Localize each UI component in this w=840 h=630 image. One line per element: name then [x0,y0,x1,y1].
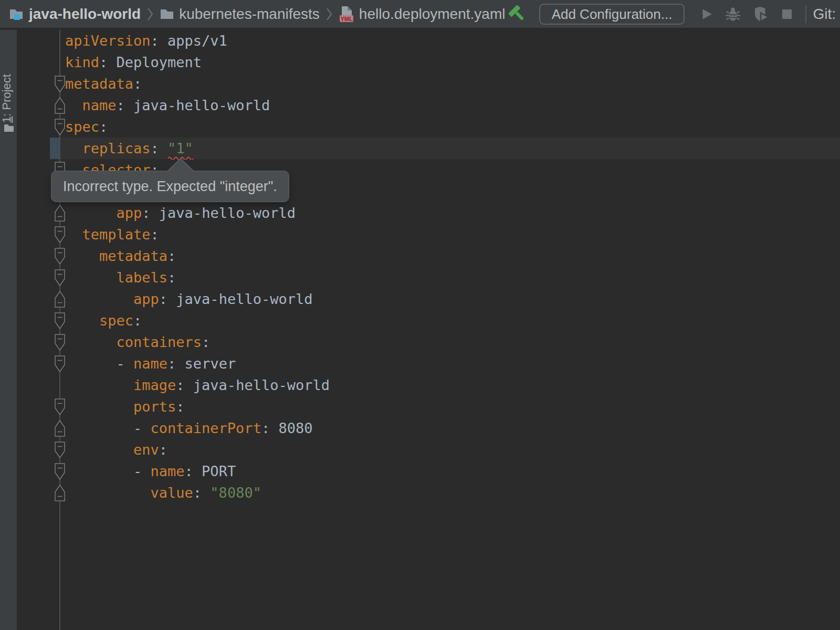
fold-start-marker[interactable] [54,442,66,458]
breadcrumb: java-hello-world kubernetes-manifests YM… [8,5,505,23]
code-line[interactable]: name: java-hello-world [65,94,270,116]
chevron-right-icon [147,6,153,22]
code-line[interactable]: containers: [65,331,210,353]
yaml-key: containerPort [151,420,261,436]
yaml-indent [65,269,117,286]
yaml-colon: : [185,463,193,479]
fold-start-marker[interactable] [54,355,66,372]
code-line[interactable]: image: java-hello-world [65,374,330,396]
toolbar-divider [805,5,806,23]
code-line[interactable]: kind: Deployment [65,51,202,73]
fold-start-marker[interactable] [54,76,66,92]
code-line[interactable]: apiVersion: apps/v1 [65,30,227,51]
breadcrumb-file[interactable]: YML hello.deployment.yaml [339,5,506,23]
project-button-label: : Project [0,74,13,117]
project-button-mnemonic: 1 [0,117,13,123]
code-line[interactable]: template: [65,224,159,245]
yaml-colon: : [261,420,270,436]
yaml-key: name [151,463,185,479]
code-line[interactable]: spec: [65,116,108,138]
yaml-colon: : [99,119,108,135]
yaml-indent [65,355,117,372]
code-line[interactable]: env: [65,439,167,460]
code-line[interactable]: value: "8080" [65,482,261,503]
code-line[interactable]: metadata: [65,73,142,94]
fold-end-marker[interactable] [54,205,66,222]
yaml-value: 8080 [270,420,312,436]
build-hammer-icon[interactable] [509,5,527,23]
yaml-key: containers [117,334,202,350]
shield-coverage-icon [752,6,769,23]
yaml-colon: : [99,54,108,70]
yaml-key: labels [117,269,168,286]
coverage-button[interactable] [752,6,769,23]
yaml-key: ports [133,398,176,415]
editor[interactable]: apiVersion: apps/v1kind: Deploymentmetad… [17,30,840,630]
code-line[interactable]: labels: [65,267,176,288]
code-line[interactable]: spec: [65,310,142,331]
yaml-key: image [133,377,176,393]
navigation-bar: java-hello-world kubernetes-manifests YM… [0,0,840,29]
yaml-colon: : [117,97,125,113]
code-line[interactable]: metadata: [65,245,176,267]
breadcrumb-folder[interactable]: kubernetes-manifests [160,6,320,23]
breadcrumb-project-label: java-hello-world [29,6,141,23]
error-tooltip: Incorrect type. Expected "integer". [51,171,289,202]
yaml-colon: : [151,226,159,243]
yaml-dash: - [133,463,151,479]
git-branch-widget[interactable]: Git: [813,6,837,23]
code-line[interactable]: - name: PORT [65,460,236,482]
fold-end-marker[interactable] [54,420,66,437]
tooltip-arrow [167,158,194,172]
yaml-indent [65,312,99,329]
add-configuration-button[interactable]: Add Configuration... [539,4,685,25]
yaml-indent [65,140,82,156]
code-line[interactable]: ports: [65,396,185,417]
play-icon [700,7,713,21]
code-line[interactable]: app: java-hello-world [65,288,312,310]
run-button[interactable] [700,7,713,21]
yaml-key: app [133,291,159,307]
fold-start-marker[interactable] [54,334,66,351]
yml-badge: YML [340,16,353,22]
fold-end-marker[interactable] [54,291,66,308]
fold-start-marker[interactable] [54,248,66,265]
yaml-indent [65,485,151,501]
chevron-right-icon [326,6,332,22]
code-line[interactable]: - name: server [65,353,236,374]
project-folder-mini-icon[interactable] [4,123,14,132]
yaml-indent [65,97,82,113]
fold-end-marker[interactable] [54,485,66,501]
yaml-colon: : [159,291,167,307]
code-line[interactable]: app: java-hello-world [65,202,296,224]
fold-end-marker[interactable] [54,97,66,114]
fold-start-marker[interactable] [54,119,66,135]
fold-start-marker[interactable] [54,269,66,286]
code-line[interactable]: - containerPort: 8080 [65,417,312,439]
breadcrumb-folder-label: kubernetes-manifests [179,6,320,23]
yaml-value: java-hello-world [125,97,270,113]
yaml-colon: : [159,442,167,458]
yaml-key: spec [99,312,133,329]
gutter-caret-marker [50,138,59,159]
yaml-file-icon: YML [339,5,354,23]
fold-start-marker[interactable] [54,312,66,329]
project-tool-window-button[interactable]: 1: Project [0,65,13,123]
yaml-colon: : [133,312,142,329]
breadcrumb-project[interactable]: java-hello-world [8,6,141,23]
fold-start-marker[interactable] [54,463,66,480]
fold-start-marker[interactable] [54,398,66,415]
yaml-key: kind [65,54,99,70]
yaml-key: apiVersion [65,33,151,49]
project-folder-icon [8,6,24,22]
fold-start-marker[interactable] [54,226,66,243]
stop-button[interactable] [781,8,793,20]
yaml-key: spec [65,119,99,135]
folder-icon [160,7,174,21]
yaml-indent [65,420,133,436]
yaml-colon: : [176,377,184,393]
debug-button[interactable] [725,6,741,22]
yaml-colon: : [193,485,202,501]
bug-icon [725,6,741,22]
yaml-value: "8080" [202,485,261,501]
